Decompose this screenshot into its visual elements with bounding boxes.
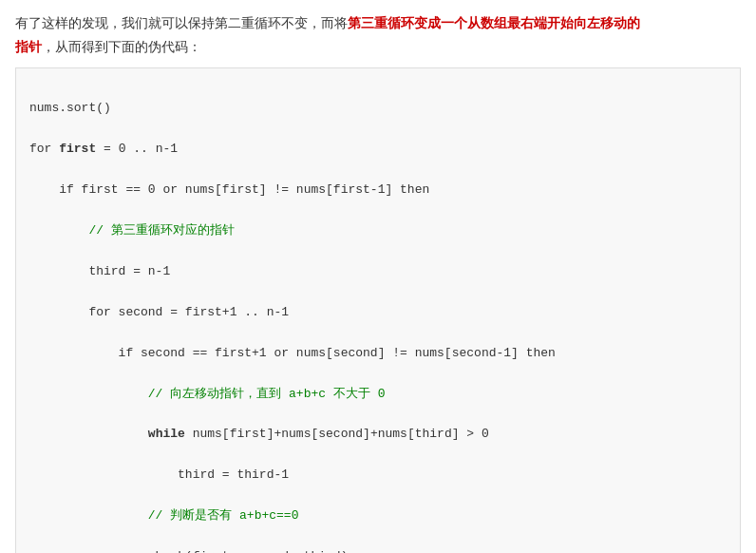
code-line-2: for first = 0 .. n-1: [29, 139, 727, 159]
code-line-4: // 第三重循环对应的指针: [29, 220, 727, 240]
highlight-bold-text: 指针: [15, 39, 42, 54]
code-line-9: while nums[first]+nums[second]+nums[thir…: [29, 424, 727, 444]
main-container: 有了这样的发现，我们就可以保持第二重循环不变，而将第三重循环变成一个从数组最右端…: [0, 0, 756, 553]
code-line-5: third = n-1: [29, 261, 727, 281]
code-line-12: check(first, second, third): [29, 546, 727, 553]
highlight-red-text: 第三重循环变成一个从数组最右端开始向左移动的指针: [15, 15, 640, 54]
intro-paragraph: 有了这样的发现，我们就可以保持第二重循环不变，而将第三重循环变成一个从数组最右端…: [15, 11, 741, 58]
code-line-7: if second == first+1 or nums[second] != …: [29, 343, 727, 363]
code-line-10: third = third-1: [29, 465, 727, 485]
code-block: nums.sort() for first = 0 .. n-1 if firs…: [15, 67, 741, 553]
code-line-1: nums.sort(): [29, 98, 727, 118]
code-line-6: for second = first+1 .. n-1: [29, 302, 727, 322]
code-line-3: if first == 0 or nums[first] != nums[fir…: [29, 180, 727, 200]
code-line-8: // 向左移动指针，直到 a+b+c 不大于 0: [29, 384, 727, 404]
code-line-11: // 判断是否有 a+b+c==0: [29, 505, 727, 525]
